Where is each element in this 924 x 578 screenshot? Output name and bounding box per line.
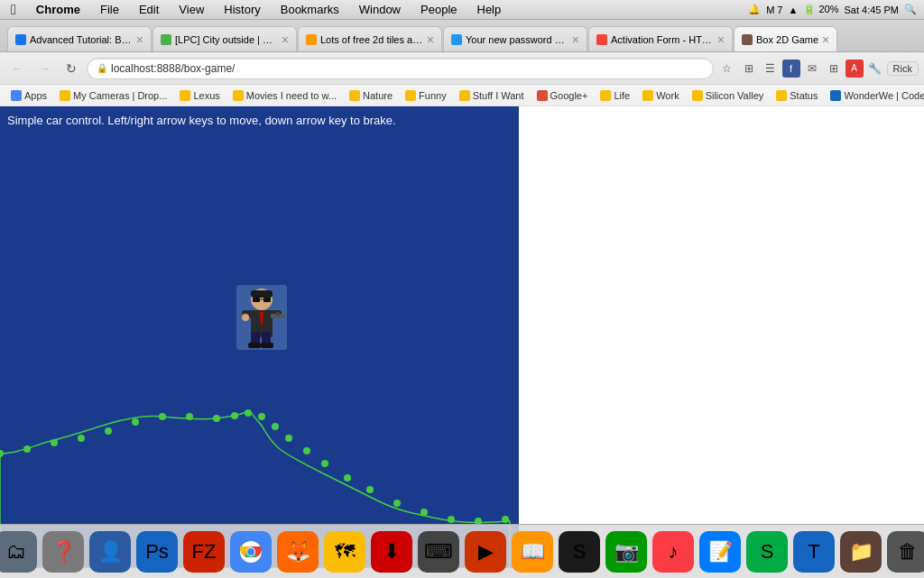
wifi-icon: ▲ bbox=[788, 5, 798, 15]
refresh-button[interactable]: ↻ bbox=[60, 57, 83, 80]
bookmark-sv[interactable]: Silicon Valley bbox=[687, 88, 770, 103]
bookmark-lexus[interactable]: Lexus bbox=[174, 88, 225, 103]
back-button[interactable]: ← bbox=[5, 57, 29, 80]
status-icon bbox=[776, 90, 787, 101]
menubar-view[interactable]: View bbox=[175, 0, 208, 19]
bookmark-nature[interactable]: Nature bbox=[344, 88, 398, 103]
bookmark-apps[interactable]: Apps bbox=[5, 88, 52, 103]
menubar-file[interactable]: File bbox=[97, 0, 123, 19]
funny-icon bbox=[405, 90, 416, 101]
svg-point-9 bbox=[231, 412, 238, 419]
svg-rect-31 bbox=[253, 298, 260, 302]
svg-point-16 bbox=[344, 474, 351, 482]
tab-1[interactable]: Advanced Tutorial: Buildin... × bbox=[7, 26, 152, 51]
apps-bookmark-icon bbox=[11, 90, 22, 101]
toolbar-right: ☆ ⊞ ☰ f ✉ ⊞ A 🔧 Rick bbox=[717, 59, 919, 78]
tab-4[interactable]: Your new password HTML... × bbox=[443, 26, 587, 51]
dock-photoshop[interactable]: Ps bbox=[136, 531, 178, 573]
bookmark-wonderwe[interactable]: WonderWe | Code C... bbox=[825, 88, 924, 103]
tab-close-4[interactable]: × bbox=[572, 33, 579, 46]
nature-icon bbox=[349, 90, 360, 101]
bookmark-stuff[interactable]: Stuff I Want bbox=[454, 88, 530, 103]
dock-readium[interactable]: 📖 bbox=[512, 531, 553, 573]
apps-icon[interactable]: ⊞ bbox=[824, 59, 844, 78]
dock-trash[interactable]: 🗑 bbox=[887, 531, 924, 573]
menubar-window[interactable]: Window bbox=[356, 0, 404, 19]
tab-close-5[interactable]: × bbox=[717, 33, 725, 46]
dock-notes[interactable]: 📝 bbox=[699, 531, 741, 573]
tab-label-4: Your new password HTML... bbox=[466, 34, 568, 45]
dock-terminal[interactable]: ⌨ bbox=[418, 531, 459, 573]
fb-icon[interactable]: f bbox=[782, 60, 800, 78]
dock: 🗂 ❓ 👤 Ps FZ 🦊 🗺 ⬇ ⌨ ▶ 📖 S 📷 ♪ 📝 S T 📁 🗑 bbox=[0, 524, 924, 578]
dock-finder[interactable]: 🗂 bbox=[0, 531, 37, 573]
svg-point-13 bbox=[285, 435, 292, 442]
ext-icon1[interactable]: A bbox=[845, 60, 864, 78]
tab-2[interactable]: [LPC] City outside | Open... × bbox=[152, 26, 297, 51]
tab-6[interactable]: Box 2D Game × bbox=[734, 26, 837, 51]
bookmark-cameras-label: My Cameras | Drop... bbox=[73, 90, 167, 101]
dock-slides[interactable]: S bbox=[746, 531, 788, 573]
tab-close-1[interactable]: × bbox=[136, 33, 143, 46]
bookmark-googleplus[interactable]: Google+ bbox=[531, 88, 594, 103]
menubar-status: 🔔 M 7 ▲ 🔋 20% Sat 4:45 PM 🔍 bbox=[748, 4, 917, 15]
notification-icon: 🔔 bbox=[748, 4, 761, 15]
tab-label-5: Activation Form - HTML5... bbox=[611, 34, 714, 45]
bookmark-status[interactable]: Status bbox=[771, 88, 823, 103]
dock-filezilla[interactable]: FZ bbox=[183, 531, 225, 573]
dock-firefox[interactable]: 🦊 bbox=[277, 531, 319, 573]
address-text[interactable]: localhost:8888/box-game/ bbox=[111, 62, 235, 75]
menubar-edit[interactable]: Edit bbox=[135, 0, 162, 19]
ext-icon2[interactable]: 🔧 bbox=[865, 59, 885, 78]
tab-3[interactable]: Lots of free 2d tiles and s... × bbox=[298, 26, 442, 51]
address-bar[interactable]: 🔒 localhost:8888/box-game/ bbox=[87, 58, 714, 79]
tab-close-2[interactable]: × bbox=[282, 33, 289, 46]
bookmark-funny[interactable]: Funny bbox=[400, 88, 452, 103]
bookmark-wonderwe-label: WonderWe | Code C... bbox=[844, 90, 924, 101]
star-icon[interactable]: ☆ bbox=[717, 59, 737, 78]
svg-point-42 bbox=[247, 548, 254, 555]
tab-close-3[interactable]: × bbox=[427, 33, 434, 46]
menubar-bookmarks[interactable]: Bookmarks bbox=[277, 0, 343, 19]
game-canvas[interactable]: Simple car control. Left/right arrow key… bbox=[0, 106, 519, 568]
menubar-people[interactable]: People bbox=[417, 0, 460, 19]
apple-menu[interactable]:  bbox=[7, 0, 20, 19]
dock-uTorrent[interactable]: ⬇ bbox=[371, 531, 412, 573]
menubar-help[interactable]: Help bbox=[474, 0, 505, 19]
dock-photos[interactable]: 📷 bbox=[605, 531, 647, 573]
life-icon bbox=[600, 90, 611, 101]
tab-close-6[interactable]: × bbox=[822, 33, 829, 46]
settings-icon[interactable]: ☰ bbox=[761, 59, 781, 78]
dock-rdm[interactable]: T bbox=[793, 531, 835, 573]
profile-button[interactable]: Rick bbox=[887, 61, 919, 76]
menubar-chrome[interactable]: Chrome bbox=[32, 0, 84, 19]
bookmark-cameras[interactable]: My Cameras | Drop... bbox=[54, 88, 172, 103]
bookmark-movies[interactable]: Movies I need to w... bbox=[227, 88, 342, 103]
dock-contacts[interactable]: 👤 bbox=[89, 531, 131, 573]
page-content: Simple car control. Left/right arrow key… bbox=[0, 106, 924, 578]
bookmark-life[interactable]: Life bbox=[595, 88, 635, 103]
dock-maps[interactable]: 🗺 bbox=[324, 531, 365, 573]
dock-help[interactable]: ❓ bbox=[42, 531, 84, 573]
dock-flashplayer[interactable]: ▶ bbox=[465, 531, 506, 573]
search-icon[interactable]: 🔍 bbox=[904, 4, 917, 15]
forward-button[interactable]: → bbox=[32, 57, 56, 80]
tab-5[interactable]: Activation Form - HTML5... × bbox=[588, 26, 733, 51]
cameras-icon bbox=[60, 90, 70, 101]
work-icon bbox=[642, 90, 653, 101]
bookmark-work[interactable]: Work bbox=[637, 88, 684, 103]
tab-favicon-6 bbox=[742, 34, 753, 45]
dock-filefolder[interactable]: 📁 bbox=[840, 531, 882, 573]
battery-icon: 🔋 20% bbox=[803, 4, 838, 15]
mail-icon[interactable]: ✉ bbox=[802, 59, 822, 78]
menubar-history[interactable]: History bbox=[220, 0, 263, 19]
dock-chrome[interactable] bbox=[230, 531, 272, 573]
lexus-icon bbox=[180, 90, 190, 101]
svg-point-19 bbox=[420, 509, 428, 516]
sv-icon bbox=[692, 90, 703, 101]
dock-skype[interactable]: S bbox=[559, 531, 600, 573]
bookmark-icon[interactable]: ⊞ bbox=[739, 59, 759, 78]
dock-music[interactable]: ♪ bbox=[652, 531, 694, 573]
svg-rect-27 bbox=[248, 343, 261, 348]
tab-label-1: Advanced Tutorial: Buildin... bbox=[30, 34, 133, 45]
